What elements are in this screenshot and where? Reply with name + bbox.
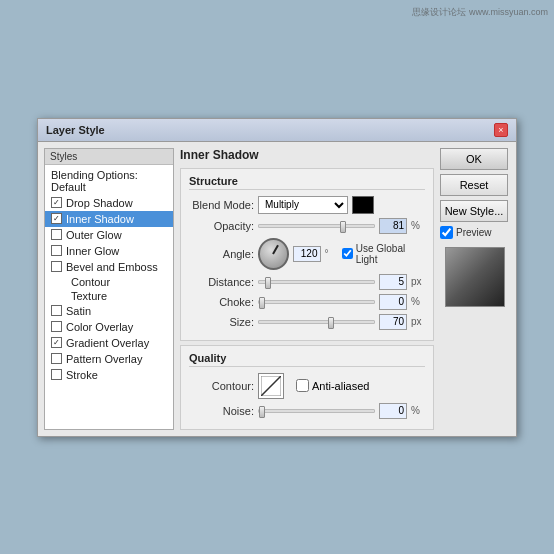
dialog-body: Styles Blending Options: Default Drop Sh… bbox=[38, 142, 516, 436]
anti-aliased-checkbox[interactable] bbox=[296, 379, 309, 392]
ok-button[interactable]: OK bbox=[440, 148, 508, 170]
gradient-overlay-checkbox[interactable] bbox=[51, 337, 62, 348]
sidebar-item-color-overlay[interactable]: Color Overlay bbox=[45, 319, 173, 335]
size-label: Size: bbox=[189, 316, 254, 328]
bevel-emboss-label: Bevel and Emboss bbox=[66, 261, 158, 273]
contour-label: Contour bbox=[71, 276, 110, 288]
distance-slider-track bbox=[258, 280, 375, 284]
contour-svg-icon bbox=[261, 376, 281, 396]
styles-header: Styles bbox=[45, 149, 173, 165]
sidebar-item-contour[interactable]: Contour bbox=[45, 275, 173, 289]
stroke-checkbox[interactable] bbox=[51, 369, 62, 380]
angle-knob-indicator bbox=[272, 244, 279, 254]
noise-input[interactable] bbox=[379, 403, 407, 419]
anti-aliased-wrapper: Anti-aliased bbox=[296, 379, 369, 392]
noise-slider-track bbox=[258, 409, 375, 413]
use-global-light-checkbox[interactable] bbox=[342, 248, 353, 259]
dialog-title: Layer Style bbox=[46, 124, 105, 136]
opacity-input[interactable] bbox=[379, 218, 407, 234]
sidebar-item-inner-shadow[interactable]: Inner Shadow bbox=[45, 211, 173, 227]
blend-color-swatch[interactable] bbox=[352, 196, 374, 214]
watermark: 思缘设计论坛 www.missyuan.com bbox=[412, 6, 548, 19]
distance-input[interactable] bbox=[379, 274, 407, 290]
noise-row: Noise: % bbox=[189, 403, 425, 419]
sidebar-item-texture[interactable]: Texture bbox=[45, 289, 173, 303]
sidebar-item-blending[interactable]: Blending Options: Default bbox=[45, 167, 173, 195]
opacity-slider-track bbox=[258, 224, 375, 228]
noise-slider-handle[interactable] bbox=[259, 406, 265, 418]
angle-input[interactable] bbox=[293, 246, 321, 262]
distance-slider[interactable] bbox=[258, 275, 375, 289]
size-row: Size: px bbox=[189, 314, 425, 330]
contour-picker[interactable] bbox=[258, 373, 284, 399]
distance-row: Distance: px bbox=[189, 274, 425, 290]
inner-glow-checkbox[interactable] bbox=[51, 245, 62, 256]
contour-label: Contour: bbox=[189, 380, 254, 392]
noise-label: Noise: bbox=[189, 405, 254, 417]
choke-label: Choke: bbox=[189, 296, 254, 308]
preview-label-wrapper: Preview bbox=[440, 226, 510, 239]
size-slider-track bbox=[258, 320, 375, 324]
size-input[interactable] bbox=[379, 314, 407, 330]
gradient-overlay-label: Gradient Overlay bbox=[66, 337, 149, 349]
sidebar-item-pattern-overlay[interactable]: Pattern Overlay bbox=[45, 351, 173, 367]
title-bar: Layer Style × bbox=[38, 119, 516, 142]
sidebar-item-inner-glow[interactable]: Inner Glow bbox=[45, 243, 173, 259]
angle-row: Angle: ° Use Global Light bbox=[189, 238, 425, 270]
sidebar-item-satin[interactable]: Satin bbox=[45, 303, 173, 319]
size-unit: px bbox=[411, 316, 425, 327]
inner-shadow-checkbox[interactable] bbox=[51, 213, 62, 224]
drop-shadow-checkbox[interactable] bbox=[51, 197, 62, 208]
outer-glow-checkbox[interactable] bbox=[51, 229, 62, 240]
opacity-slider-handle[interactable] bbox=[340, 221, 346, 233]
sidebar-item-bevel-emboss[interactable]: Bevel and Emboss bbox=[45, 259, 173, 275]
choke-slider[interactable] bbox=[258, 295, 375, 309]
sidebar-item-outer-glow[interactable]: Outer Glow bbox=[45, 227, 173, 243]
sidebar-item-drop-shadow[interactable]: Drop Shadow bbox=[45, 195, 173, 211]
structure-section: Structure Blend Mode: Multiply Normal Sc… bbox=[180, 168, 434, 341]
choke-input[interactable] bbox=[379, 294, 407, 310]
choke-unit: % bbox=[411, 296, 425, 307]
color-overlay-label: Color Overlay bbox=[66, 321, 133, 333]
noise-unit: % bbox=[411, 405, 425, 416]
bevel-emboss-checkbox[interactable] bbox=[51, 261, 62, 272]
color-overlay-checkbox[interactable] bbox=[51, 321, 62, 332]
blend-mode-label: Blend Mode: bbox=[189, 199, 254, 211]
blend-mode-select[interactable]: Multiply Normal Screen bbox=[258, 196, 348, 214]
new-style-button[interactable]: New Style... bbox=[440, 200, 508, 222]
quality-section: Quality Contour: Anti-aliased bbox=[180, 345, 434, 430]
distance-slider-handle[interactable] bbox=[265, 277, 271, 289]
choke-slider-track bbox=[258, 300, 375, 304]
angle-knob[interactable] bbox=[258, 238, 289, 270]
right-panel: OK Reset New Style... Preview bbox=[440, 148, 510, 430]
choke-row: Choke: % bbox=[189, 294, 425, 310]
styles-list: Blending Options: Default Drop Shadow In… bbox=[45, 165, 173, 429]
preview-checkbox[interactable] bbox=[440, 226, 453, 239]
distance-unit: px bbox=[411, 276, 425, 287]
texture-label: Texture bbox=[71, 290, 107, 302]
inner-shadow-title: Inner Shadow bbox=[180, 148, 434, 162]
sidebar-item-gradient-overlay[interactable]: Gradient Overlay bbox=[45, 335, 173, 351]
size-slider-handle[interactable] bbox=[328, 317, 334, 329]
anti-aliased-label: Anti-aliased bbox=[312, 380, 369, 392]
use-global-light-wrapper: Use Global Light bbox=[342, 243, 425, 265]
layer-style-dialog: Layer Style × Styles Blending Options: D… bbox=[37, 118, 517, 437]
outer-glow-label: Outer Glow bbox=[66, 229, 122, 241]
size-slider[interactable] bbox=[258, 315, 375, 329]
pattern-overlay-label: Pattern Overlay bbox=[66, 353, 142, 365]
choke-slider-handle[interactable] bbox=[259, 297, 265, 309]
preview-label: Preview bbox=[456, 227, 492, 238]
satin-label: Satin bbox=[66, 305, 91, 317]
reset-button[interactable]: Reset bbox=[440, 174, 508, 196]
opacity-unit: % bbox=[411, 220, 425, 231]
styles-panel: Styles Blending Options: Default Drop Sh… bbox=[44, 148, 174, 430]
opacity-slider[interactable] bbox=[258, 219, 375, 233]
satin-checkbox[interactable] bbox=[51, 305, 62, 316]
distance-label: Distance: bbox=[189, 276, 254, 288]
close-button[interactable]: × bbox=[494, 123, 508, 137]
use-global-light-label: Use Global Light bbox=[356, 243, 425, 265]
angle-label: Angle: bbox=[189, 248, 254, 260]
pattern-overlay-checkbox[interactable] bbox=[51, 353, 62, 364]
sidebar-item-stroke[interactable]: Stroke bbox=[45, 367, 173, 383]
noise-slider[interactable] bbox=[258, 404, 375, 418]
